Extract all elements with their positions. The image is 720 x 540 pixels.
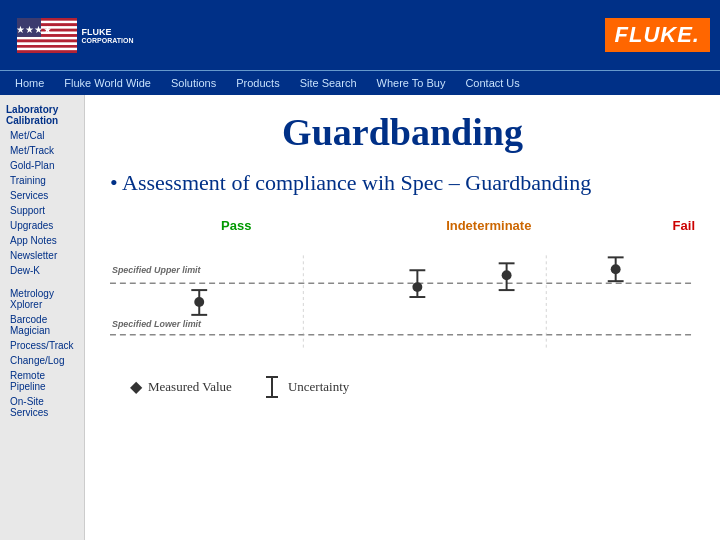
fluke-brand: FLUKE. [605, 0, 720, 70]
svg-rect-12 [17, 47, 77, 50]
svg-rect-9 [17, 39, 77, 42]
sidebar-item-appnotes[interactable]: App Notes [0, 233, 84, 248]
chart-svg: Specified Upper limit Specified Lower li… [110, 235, 695, 365]
main-content: Guardbanding • Assessment of compliance … [85, 95, 720, 540]
layout: Laboratory Calibration Met/Cal Met/Track… [0, 95, 720, 540]
header: ★★★★★ FLUKE CORPORATION FLUKE. [0, 0, 720, 70]
fluke-logo-text: FLUKE. [615, 22, 700, 47]
svg-rect-8 [17, 36, 77, 39]
legend-uncertainty: Uncertainty [262, 375, 349, 399]
nav-solutions[interactable]: Solutions [161, 77, 226, 89]
legend-measured-label: Measured Value [148, 379, 232, 395]
lower-limit-label: Specified Lower limit [112, 318, 202, 328]
sidebar-item-onsite[interactable]: On-Site Services [0, 394, 84, 420]
bullet-text: • Assessment of compliance wih Spec – Gu… [110, 169, 695, 198]
nav-products[interactable]: Products [226, 77, 289, 89]
sidebar: Laboratory Calibration Met/Cal Met/Track… [0, 95, 85, 540]
nav-search[interactable]: Site Search [290, 77, 367, 89]
sidebar-item-mettrack[interactable]: Met/Track [0, 143, 84, 158]
point1-dot [194, 297, 204, 307]
nav-where-to-buy[interactable]: Where To Buy [367, 77, 456, 89]
bullet-icon: ◆ [130, 377, 142, 396]
svg-text:★★★★★: ★★★★★ [17, 24, 52, 35]
navbar: Home Fluke World Wide Solutions Products… [0, 70, 720, 95]
zone-labels: Pass Indeterminate Fail [110, 218, 695, 233]
fluke-logo-box: FLUKE. [605, 18, 710, 52]
sidebar-item-remotepipeline[interactable]: Remote Pipeline [0, 368, 84, 394]
sidebar-item-dewk[interactable]: Dew-K [0, 263, 84, 278]
sidebar-item-metxplorer[interactable]: Metrology Xplorer [0, 286, 84, 312]
uncertainty-icon [262, 375, 282, 399]
chart-area: Specified Upper limit Specified Lower li… [110, 235, 695, 365]
sidebar-item-barcode[interactable]: Barcode Magician [0, 312, 84, 338]
legend-measured: ◆ Measured Value [130, 377, 232, 396]
zone-fail-label: Fail [615, 218, 695, 233]
zone-indeterminate-label: Indeterminate [363, 218, 616, 233]
sidebar-divider [0, 278, 84, 286]
svg-rect-11 [17, 45, 77, 48]
zone-pass-label: Pass [110, 218, 363, 233]
legend-uncertainty-label: Uncertainty [288, 379, 349, 395]
sidebar-item-changelog[interactable]: Change/Log [0, 353, 84, 368]
nav-contact[interactable]: Contact Us [455, 77, 529, 89]
sidebar-item-training[interactable]: Training [0, 173, 84, 188]
svg-rect-13 [17, 50, 77, 53]
point4-dot [611, 264, 621, 274]
sidebar-item-services[interactable]: Services [0, 188, 84, 203]
sidebar-item-upgrades[interactable]: Upgrades [0, 218, 84, 233]
sidebar-item-metcal[interactable]: Met/Cal [0, 128, 84, 143]
nav-home[interactable]: Home [5, 77, 54, 89]
sidebar-item-support[interactable]: Support [0, 203, 84, 218]
page-title: Guardbanding [110, 110, 695, 154]
nav-worldwide[interactable]: Fluke World Wide [54, 77, 161, 89]
sidebar-section-1: Laboratory Calibration [0, 100, 84, 128]
legend: ◆ Measured Value Uncertainty [110, 375, 695, 399]
sidebar-item-processtrack[interactable]: Process/Track [0, 338, 84, 353]
sidebar-item-goldplan[interactable]: Gold-Plan [0, 158, 84, 173]
svg-rect-10 [17, 42, 77, 45]
flag-icon: ★★★★★ [17, 18, 77, 53]
point2-dot [412, 282, 422, 292]
upper-limit-label: Specified Upper limit [112, 265, 202, 275]
point3-dot [502, 270, 512, 280]
logo-area: ★★★★★ FLUKE CORPORATION [0, 0, 150, 70]
sidebar-item-newsletter[interactable]: Newsletter [0, 248, 84, 263]
